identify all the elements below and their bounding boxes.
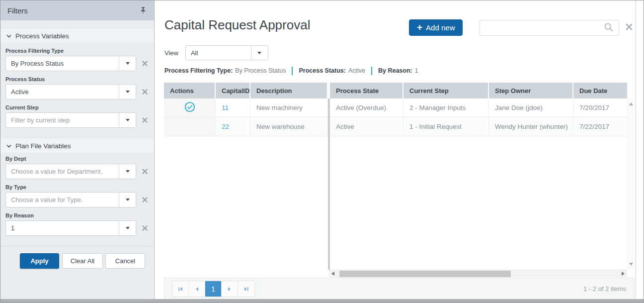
row-actions-cell (164, 117, 216, 136)
apply-button[interactable]: Apply (20, 253, 59, 269)
next-page-button[interactable] (222, 281, 238, 297)
dropdown-arrow-button[interactable] (251, 46, 268, 60)
filters-title: Filters (7, 6, 139, 15)
column-header-capitalid[interactable]: CapitalID (216, 83, 250, 99)
dropdown-arrow-button[interactable] (119, 193, 136, 207)
search-box (480, 20, 619, 36)
search-input[interactable] (480, 20, 604, 35)
cancel-button[interactable]: Cancel (105, 253, 145, 269)
clear-filter-icon[interactable] (141, 168, 149, 176)
horizontal-scrollbar[interactable] (329, 270, 627, 277)
summary-label: Process Filtering Type: (164, 67, 233, 74)
column-header-actions[interactable]: Actions (164, 83, 216, 99)
previous-page-button[interactable] (189, 281, 205, 297)
close-icon[interactable] (626, 23, 634, 31)
process-state-cell: Active (Overdue) (330, 99, 403, 117)
field-label: By Type (5, 184, 149, 190)
section-label: Process Variables (15, 32, 69, 40)
dropdown-arrow-button[interactable] (119, 221, 136, 235)
first-page-button[interactable] (172, 281, 189, 297)
dropdown-arrow-button[interactable] (119, 56, 136, 71)
chevron-down-icon (126, 199, 130, 201)
view-dropdown[interactable]: All (185, 45, 268, 60)
process-state-cell: Active (330, 117, 403, 136)
clear-filter-icon[interactable] (141, 224, 149, 232)
chevron-down-icon (126, 62, 130, 65)
scroll-up-arrow-icon[interactable] (629, 102, 633, 105)
summary-value: Active (348, 67, 365, 74)
description-cell: New warehouse (250, 117, 328, 136)
page-title: Capital Request Approval (164, 17, 310, 33)
field-by-reason: By Reason 1 (0, 212, 154, 236)
chevron-down-icon (6, 144, 11, 148)
chevron-down-icon (126, 227, 130, 229)
field-current-step: Current Step Filter by current step (0, 104, 154, 128)
clear-filter-icon[interactable] (141, 196, 149, 204)
chevron-down-icon (6, 34, 11, 38)
clear-filter-icon[interactable] (141, 60, 149, 68)
scroll-down-arrow-icon[interactable] (629, 263, 633, 266)
column-header-due-date[interactable]: Due Date (573, 83, 627, 99)
process-filtering-type-dropdown[interactable]: By Process Status (5, 56, 136, 71)
dropdown-placeholder: Choose a value for Type. (6, 196, 119, 203)
dropdown-value: All (186, 49, 251, 57)
horizontal-scrollbar-thumb[interactable] (339, 271, 511, 277)
pin-icon[interactable] (139, 6, 147, 14)
add-new-label: Add new (426, 23, 455, 32)
column-header-description[interactable]: Description (250, 83, 328, 99)
last-page-button[interactable] (238, 281, 254, 297)
dropdown-placeholder: Filter by current step (6, 116, 119, 124)
field-by-type: By Type Choose a value for Type. (0, 184, 154, 207)
current-step-cell: 1 - Initial Request (403, 117, 489, 136)
add-new-button[interactable]: + Add new (409, 19, 463, 36)
section-plan-file-variables[interactable]: Plan File Variables (0, 139, 154, 153)
step-owner-cell: Jane Doe (jdoe) (489, 99, 573, 117)
field-process-filtering-type: Process Filtering Type By Process Status (0, 48, 154, 71)
row-actions-cell (164, 99, 216, 117)
summary-separator (371, 67, 372, 75)
vertical-scrollbar[interactable] (627, 99, 634, 270)
page-number-button[interactable]: 1 (205, 281, 222, 297)
capitalid-link[interactable]: 11 (222, 104, 229, 111)
filter-summary: Process Filtering Type: By Process Statu… (164, 66, 418, 76)
chevron-down-icon (126, 170, 130, 173)
clear-filter-icon[interactable] (141, 116, 149, 124)
dropdown-arrow-button[interactable] (119, 164, 136, 179)
process-status-dropdown[interactable]: Active (5, 84, 136, 100)
approve-check-icon[interactable] (184, 101, 195, 114)
scroll-left-arrow-icon[interactable] (331, 272, 334, 276)
description-cell: New machinery (250, 99, 328, 117)
clear-all-button[interactable]: Clear All (62, 253, 103, 269)
column-header-process-state[interactable]: Process State (330, 83, 403, 99)
main-content: Capital Request Approval + Add new View … (155, 0, 636, 300)
pager-buttons: 1 (172, 281, 255, 297)
by-reason-dropdown[interactable]: 1 (5, 220, 136, 236)
field-label: Current Step (5, 104, 149, 110)
pager-bar: 1 1 - 2 of 2 items (164, 278, 635, 300)
plus-icon: + (417, 22, 422, 32)
search-icon[interactable] (604, 22, 615, 33)
capitalid-link[interactable]: 22 (222, 123, 229, 130)
field-label: By Reason (5, 212, 149, 218)
current-step-dropdown[interactable]: Filter by current step (5, 112, 136, 128)
field-label: Process Filtering Type (5, 48, 149, 54)
column-header-current-step[interactable]: Current Step (403, 83, 489, 99)
chevron-down-icon (257, 52, 261, 54)
scroll-right-arrow-icon[interactable] (622, 272, 625, 276)
dropdown-value: Active (6, 88, 119, 96)
clear-filter-icon[interactable] (141, 88, 149, 96)
current-step-cell: 2 - Manager Inputs (403, 99, 489, 117)
by-type-dropdown[interactable]: Choose a value for Type. (5, 192, 136, 207)
column-header-step-owner[interactable]: Step Owner (489, 83, 573, 99)
frozen-column-divider (328, 99, 330, 270)
dropdown-arrow-button[interactable] (119, 85, 136, 99)
capitalid-cell: 22 (216, 117, 250, 136)
by-dept-dropdown[interactable]: Choose a value for Department. (5, 164, 136, 179)
divider (0, 246, 154, 246)
table-row: 11 New machinery Active (Overdue) 2 - Ma… (164, 99, 627, 117)
dropdown-arrow-button[interactable] (119, 113, 136, 127)
grid-header-row: Actions CapitalID Description Process St… (164, 83, 627, 99)
field-process-status: Process Status Active (0, 76, 154, 100)
section-process-variables[interactable]: Process Variables (0, 29, 154, 43)
step-owner-cell: Wendy Hunter (whunter) (489, 117, 573, 136)
